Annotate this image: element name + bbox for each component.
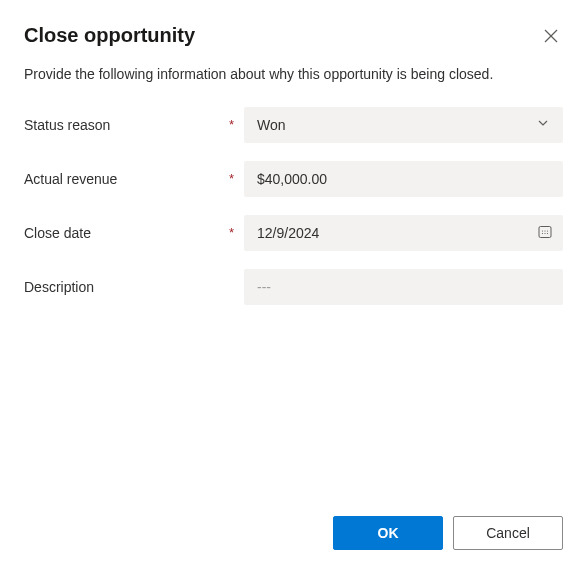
status-reason-label: Status reason [24, 117, 110, 133]
close-date-input[interactable] [244, 215, 563, 251]
close-button[interactable] [539, 24, 563, 51]
label-wrap: Actual revenue * [24, 171, 244, 187]
cancel-button[interactable]: Cancel [453, 516, 563, 550]
status-reason-control: Won [244, 107, 563, 143]
dialog-footer: OK Cancel [333, 516, 563, 550]
dialog-title: Close opportunity [24, 24, 195, 47]
required-marker: * [229, 225, 234, 240]
actual-revenue-control [244, 161, 563, 197]
close-icon [543, 28, 559, 47]
close-date-control [244, 215, 563, 251]
required-marker: * [229, 117, 234, 132]
actual-revenue-label: Actual revenue [24, 171, 117, 187]
field-row-status-reason: Status reason * Won [24, 107, 563, 143]
close-date-label: Close date [24, 225, 91, 241]
status-reason-select[interactable]: Won [244, 107, 563, 143]
field-row-close-date: Close date * [24, 215, 563, 251]
ok-button[interactable]: OK [333, 516, 443, 550]
label-wrap: Status reason * [24, 117, 244, 133]
actual-revenue-input[interactable] [244, 161, 563, 197]
chevron-down-icon [536, 116, 550, 133]
label-wrap: Close date * [24, 225, 244, 241]
description-control [244, 269, 563, 305]
field-row-actual-revenue: Actual revenue * [24, 161, 563, 197]
required-marker: * [229, 171, 234, 186]
description-input[interactable] [244, 269, 563, 305]
field-row-description: Description [24, 269, 563, 305]
status-reason-value: Won [257, 117, 286, 133]
dialog-subtitle: Provide the following information about … [24, 65, 554, 85]
description-label: Description [24, 279, 94, 295]
label-wrap: Description [24, 279, 244, 295]
dialog-header: Close opportunity [24, 24, 563, 51]
